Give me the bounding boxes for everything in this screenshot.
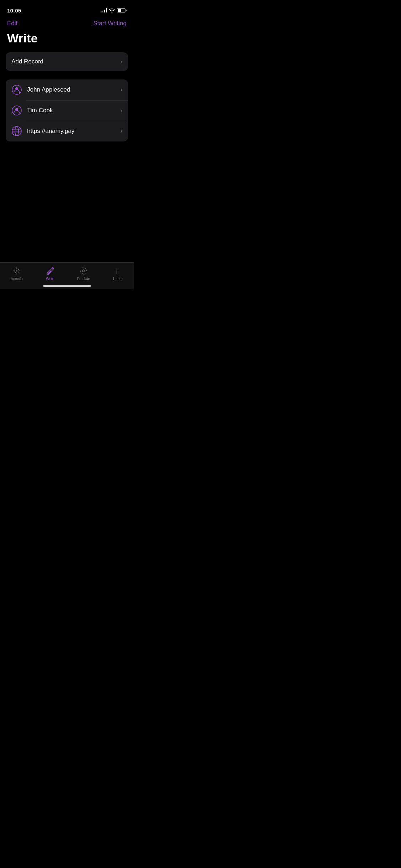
records-container: John Appleseed › Tim Cook › [0,79,134,141]
battery-icon [117,8,127,12]
add-record-label: Add Record [11,58,43,65]
add-record-container: Add Record › [0,52,134,71]
record-label: John Appleseed [27,86,120,93]
nav-header: Edit Start Writing [0,17,134,31]
record-chevron-icon: › [120,107,122,114]
tab-info[interactable]: 1 Info [100,266,134,281]
tab-aemulo[interactable]: Aemulo [0,266,34,281]
write-tab-icon [46,266,55,275]
add-record-button[interactable]: Add Record › [6,52,128,71]
edit-button[interactable]: Edit [7,20,17,27]
page-title: Write [0,31,134,45]
tab-emulate[interactable]: Emulate [67,266,101,281]
signal-bars-icon [101,8,107,12]
home-indicator [43,285,91,287]
status-icons [101,8,127,12]
status-bar: 10:05 [0,0,134,16]
svg-point-12 [117,269,118,270]
write-tab-label: Write [46,277,54,281]
record-chevron-icon: › [120,87,122,93]
emulate-tab-icon [79,266,88,275]
aemulo-tab-label: Aemulo [11,277,23,281]
wifi-icon [109,8,115,12]
info-tab-icon [112,266,122,275]
list-item[interactable]: John Appleseed › [6,79,128,100]
record-chevron-icon: › [120,128,122,134]
record-label: Tim Cook [27,107,120,114]
list-item[interactable]: https://anamy.gay › [6,121,128,141]
status-time: 10:05 [7,7,21,14]
emulate-tab-label: Emulate [77,277,90,281]
add-record-chevron-icon: › [120,58,122,65]
aemulo-tab-icon [12,266,21,275]
person-icon [11,84,22,95]
records-list: John Appleseed › Tim Cook › [6,79,128,141]
record-label: https://anamy.gay [27,128,120,135]
globe-icon [11,126,22,136]
person-icon [11,105,22,116]
svg-point-11 [82,270,84,272]
list-item[interactable]: Tim Cook › [6,100,128,121]
svg-point-10 [16,270,17,272]
info-tab-label: 1 Info [113,277,122,281]
tab-write[interactable]: Write [34,266,67,281]
start-writing-button[interactable]: Start Writing [93,20,127,27]
